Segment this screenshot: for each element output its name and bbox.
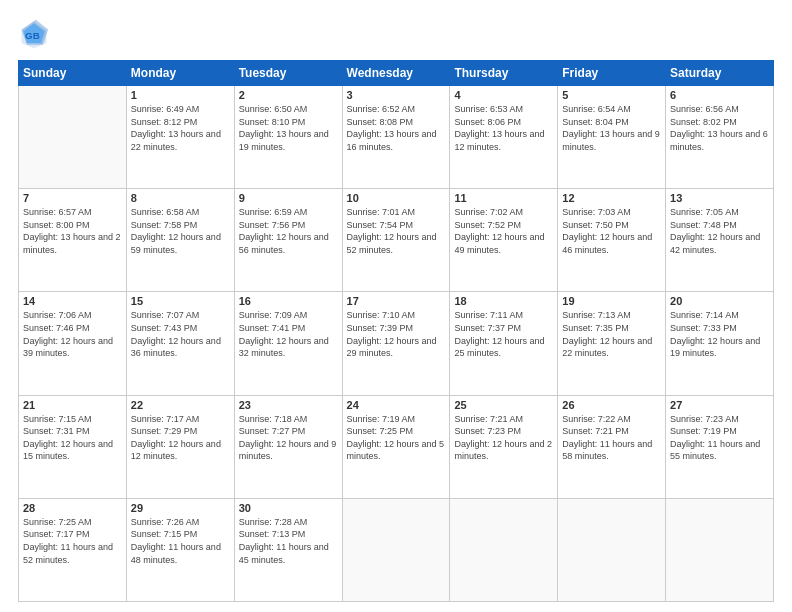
day-details: Sunrise: 6:53 AM Sunset: 8:06 PM Dayligh… <box>454 103 553 153</box>
sunrise: Sunrise: 7:14 AM <box>670 309 769 322</box>
calendar-cell <box>666 498 774 601</box>
sunset: Sunset: 8:04 PM <box>562 116 661 129</box>
sunset: Sunset: 8:08 PM <box>347 116 446 129</box>
sunset: Sunset: 7:13 PM <box>239 528 338 541</box>
day-number: 27 <box>670 399 769 411</box>
day-number: 8 <box>131 192 230 204</box>
weekday-header-saturday: Saturday <box>666 61 774 86</box>
daylight: Daylight: 12 hours and 5 minutes. <box>347 438 446 463</box>
day-number: 10 <box>347 192 446 204</box>
calendar-cell: 1 Sunrise: 6:49 AM Sunset: 8:12 PM Dayli… <box>126 86 234 189</box>
calendar-header: SundayMondayTuesdayWednesdayThursdayFrid… <box>19 61 774 86</box>
day-number: 9 <box>239 192 338 204</box>
sunset: Sunset: 7:41 PM <box>239 322 338 335</box>
sunset: Sunset: 7:50 PM <box>562 219 661 232</box>
day-details: Sunrise: 7:11 AM Sunset: 7:37 PM Dayligh… <box>454 309 553 359</box>
daylight: Daylight: 12 hours and 56 minutes. <box>239 231 338 256</box>
day-details: Sunrise: 7:13 AM Sunset: 7:35 PM Dayligh… <box>562 309 661 359</box>
day-number: 22 <box>131 399 230 411</box>
day-details: Sunrise: 7:22 AM Sunset: 7:21 PM Dayligh… <box>562 413 661 463</box>
sunrise: Sunrise: 6:50 AM <box>239 103 338 116</box>
weekday-header-row: SundayMondayTuesdayWednesdayThursdayFrid… <box>19 61 774 86</box>
sunrise: Sunrise: 7:07 AM <box>131 309 230 322</box>
calendar-cell: 23 Sunrise: 7:18 AM Sunset: 7:27 PM Dayl… <box>234 395 342 498</box>
sunset: Sunset: 7:15 PM <box>131 528 230 541</box>
sunrise: Sunrise: 6:53 AM <box>454 103 553 116</box>
day-details: Sunrise: 7:10 AM Sunset: 7:39 PM Dayligh… <box>347 309 446 359</box>
sunset: Sunset: 7:46 PM <box>23 322 122 335</box>
sunset: Sunset: 7:52 PM <box>454 219 553 232</box>
calendar-cell: 2 Sunrise: 6:50 AM Sunset: 8:10 PM Dayli… <box>234 86 342 189</box>
sunrise: Sunrise: 6:52 AM <box>347 103 446 116</box>
daylight: Daylight: 11 hours and 45 minutes. <box>239 541 338 566</box>
day-number: 1 <box>131 89 230 101</box>
day-details: Sunrise: 6:49 AM Sunset: 8:12 PM Dayligh… <box>131 103 230 153</box>
sunset: Sunset: 8:12 PM <box>131 116 230 129</box>
daylight: Daylight: 13 hours and 9 minutes. <box>562 128 661 153</box>
daylight: Daylight: 11 hours and 55 minutes. <box>670 438 769 463</box>
calendar-cell: 15 Sunrise: 7:07 AM Sunset: 7:43 PM Dayl… <box>126 292 234 395</box>
header: GB <box>18 18 774 50</box>
daylight: Daylight: 12 hours and 9 minutes. <box>239 438 338 463</box>
day-details: Sunrise: 7:01 AM Sunset: 7:54 PM Dayligh… <box>347 206 446 256</box>
calendar: SundayMondayTuesdayWednesdayThursdayFrid… <box>18 60 774 602</box>
sunset: Sunset: 7:33 PM <box>670 322 769 335</box>
daylight: Daylight: 13 hours and 16 minutes. <box>347 128 446 153</box>
daylight: Daylight: 12 hours and 36 minutes. <box>131 335 230 360</box>
calendar-cell: 7 Sunrise: 6:57 AM Sunset: 8:00 PM Dayli… <box>19 189 127 292</box>
calendar-cell: 19 Sunrise: 7:13 AM Sunset: 7:35 PM Dayl… <box>558 292 666 395</box>
sunrise: Sunrise: 7:19 AM <box>347 413 446 426</box>
calendar-cell: 22 Sunrise: 7:17 AM Sunset: 7:29 PM Dayl… <box>126 395 234 498</box>
day-details: Sunrise: 7:26 AM Sunset: 7:15 PM Dayligh… <box>131 516 230 566</box>
weekday-header-tuesday: Tuesday <box>234 61 342 86</box>
sunrise: Sunrise: 6:54 AM <box>562 103 661 116</box>
sunrise: Sunrise: 7:28 AM <box>239 516 338 529</box>
day-number: 6 <box>670 89 769 101</box>
sunset: Sunset: 7:23 PM <box>454 425 553 438</box>
weekday-header-thursday: Thursday <box>450 61 558 86</box>
calendar-cell: 9 Sunrise: 6:59 AM Sunset: 7:56 PM Dayli… <box>234 189 342 292</box>
sunrise: Sunrise: 6:49 AM <box>131 103 230 116</box>
daylight: Daylight: 12 hours and 52 minutes. <box>347 231 446 256</box>
calendar-cell: 24 Sunrise: 7:19 AM Sunset: 7:25 PM Dayl… <box>342 395 450 498</box>
day-number: 30 <box>239 502 338 514</box>
day-details: Sunrise: 6:58 AM Sunset: 7:58 PM Dayligh… <box>131 206 230 256</box>
daylight: Daylight: 12 hours and 49 minutes. <box>454 231 553 256</box>
day-details: Sunrise: 7:17 AM Sunset: 7:29 PM Dayligh… <box>131 413 230 463</box>
day-number: 28 <box>23 502 122 514</box>
calendar-cell: 16 Sunrise: 7:09 AM Sunset: 7:41 PM Dayl… <box>234 292 342 395</box>
daylight: Daylight: 13 hours and 22 minutes. <box>131 128 230 153</box>
day-details: Sunrise: 7:05 AM Sunset: 7:48 PM Dayligh… <box>670 206 769 256</box>
sunset: Sunset: 7:19 PM <box>670 425 769 438</box>
day-number: 16 <box>239 295 338 307</box>
page: GB SundayMondayTuesdayWednesdayThursdayF… <box>0 0 792 612</box>
daylight: Daylight: 11 hours and 52 minutes. <box>23 541 122 566</box>
day-details: Sunrise: 6:57 AM Sunset: 8:00 PM Dayligh… <box>23 206 122 256</box>
calendar-week-4: 21 Sunrise: 7:15 AM Sunset: 7:31 PM Dayl… <box>19 395 774 498</box>
day-details: Sunrise: 7:21 AM Sunset: 7:23 PM Dayligh… <box>454 413 553 463</box>
calendar-cell <box>450 498 558 601</box>
day-details: Sunrise: 7:23 AM Sunset: 7:19 PM Dayligh… <box>670 413 769 463</box>
sunset: Sunset: 8:10 PM <box>239 116 338 129</box>
calendar-body: 1 Sunrise: 6:49 AM Sunset: 8:12 PM Dayli… <box>19 86 774 602</box>
sunrise: Sunrise: 7:25 AM <box>23 516 122 529</box>
daylight: Daylight: 12 hours and 29 minutes. <box>347 335 446 360</box>
daylight: Daylight: 12 hours and 22 minutes. <box>562 335 661 360</box>
sunrise: Sunrise: 7:17 AM <box>131 413 230 426</box>
daylight: Daylight: 11 hours and 48 minutes. <box>131 541 230 566</box>
day-number: 5 <box>562 89 661 101</box>
day-number: 25 <box>454 399 553 411</box>
sunrise: Sunrise: 6:58 AM <box>131 206 230 219</box>
sunrise: Sunrise: 7:05 AM <box>670 206 769 219</box>
sunrise: Sunrise: 6:56 AM <box>670 103 769 116</box>
sunset: Sunset: 7:58 PM <box>131 219 230 232</box>
sunrise: Sunrise: 7:21 AM <box>454 413 553 426</box>
calendar-cell: 14 Sunrise: 7:06 AM Sunset: 7:46 PM Dayl… <box>19 292 127 395</box>
day-number: 17 <box>347 295 446 307</box>
calendar-cell: 11 Sunrise: 7:02 AM Sunset: 7:52 PM Dayl… <box>450 189 558 292</box>
calendar-cell: 5 Sunrise: 6:54 AM Sunset: 8:04 PM Dayli… <box>558 86 666 189</box>
sunrise: Sunrise: 7:15 AM <box>23 413 122 426</box>
calendar-cell: 29 Sunrise: 7:26 AM Sunset: 7:15 PM Dayl… <box>126 498 234 601</box>
day-number: 15 <box>131 295 230 307</box>
calendar-cell: 27 Sunrise: 7:23 AM Sunset: 7:19 PM Dayl… <box>666 395 774 498</box>
